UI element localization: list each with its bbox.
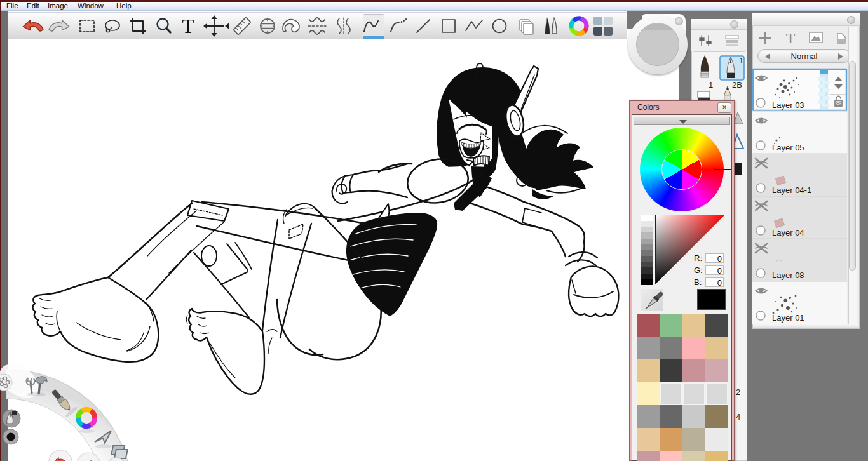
svg-text:Layer 04-1: Layer 04-1 [772,185,811,195]
svg-text:Layer 01: Layer 01 [772,313,804,323]
svg-text:Layer 05: Layer 05 [772,143,804,152]
svg-text:Layer 08: Layer 08 [772,271,804,280]
svg-text:T: T [182,15,194,37]
svg-text:4: 4 [736,412,740,422]
svg-text:Layer 04: Layer 04 [772,228,804,237]
svg-text:1: 1 [739,56,743,65]
svg-text:Layer 03: Layer 03 [772,100,804,110]
svg-text:T: T [786,30,796,46]
svg-text:1: 1 [709,80,713,90]
svg-text:2: 2 [736,387,740,397]
svg-text:2B: 2B [732,80,742,90]
